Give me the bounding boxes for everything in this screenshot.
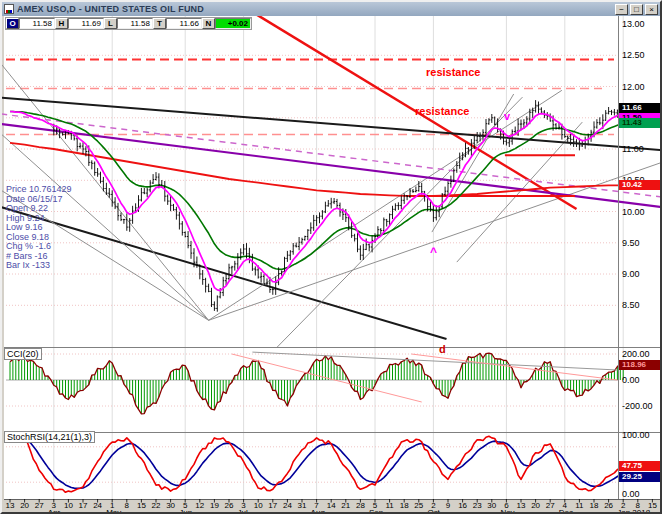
resistance-annotation[interactable]: resistance bbox=[415, 105, 469, 117]
quote-bar: O11.58H11.69L11.58T11.66N+0.02 bbox=[5, 17, 252, 30]
stochrsi-axis-badge: 29.25 bbox=[619, 472, 661, 482]
price-axis-label: 10.00 bbox=[622, 207, 645, 217]
month-axis-label: Nov bbox=[500, 508, 514, 514]
month-axis-label: Jan 2018 bbox=[617, 508, 650, 514]
quote-field-value-o: 11.58 bbox=[19, 18, 55, 29]
month-axis-label: Jul bbox=[238, 508, 248, 514]
price-axis-label: 8.50 bbox=[622, 300, 640, 310]
quote-field-value-l: 11.58 bbox=[117, 18, 153, 29]
info-row-barix: Bar Ix -133 bbox=[6, 261, 72, 271]
quote-field-label-o: O bbox=[6, 18, 19, 29]
cci-axis-label: -200.00 bbox=[622, 401, 653, 411]
price-axis-label: 11.00 bbox=[622, 144, 644, 154]
quote-field-value-n: +0.02 bbox=[215, 18, 251, 29]
price-axis-badge: 10.42 bbox=[619, 180, 661, 190]
cci-axis-label: 200.00 bbox=[622, 349, 650, 359]
quote-field-label-n: N bbox=[202, 18, 215, 29]
month-axis-label: Sep bbox=[369, 508, 383, 514]
price-axis-label: 12.00 bbox=[622, 82, 645, 92]
stochrsi-axis-badge: 47.75 bbox=[619, 461, 661, 471]
cci-axis-label: 0.00 bbox=[622, 375, 640, 385]
price-axis-badge: 11.43 bbox=[619, 118, 661, 128]
wave-marker-annotation[interactable]: v bbox=[504, 110, 510, 122]
cci-axis-badge: 118.96 bbox=[619, 360, 661, 370]
chart-window: AMEX USO,D - UNITED STATES OIL FUND − □ … bbox=[0, 0, 662, 514]
chart-canvas[interactable] bbox=[2, 2, 662, 514]
month-axis-label: Jun bbox=[179, 508, 192, 514]
month-axis-label: Aug bbox=[311, 508, 325, 514]
quote-field-label-l: L bbox=[104, 18, 117, 29]
window-titlebar[interactable]: AMEX USO,D - UNITED STATES OIL FUND − □ … bbox=[2, 2, 660, 16]
quote-field-label-h: H bbox=[55, 18, 68, 29]
minimize-button[interactable]: − bbox=[615, 4, 628, 15]
bar-info-readout: Price 10.761429Date 06/15/17Open 9.22Hig… bbox=[6, 185, 72, 271]
resistance-annotation[interactable]: resistance bbox=[426, 66, 480, 78]
quote-field-label-t: T bbox=[153, 18, 166, 29]
divergence-annotation[interactable]: d bbox=[439, 343, 446, 355]
close-button[interactable]: × bbox=[645, 4, 658, 15]
stochrsi-panel-label: StochRSI(14,21(1),3) bbox=[4, 431, 95, 443]
price-axis-label: 12.50 bbox=[622, 50, 645, 60]
window-title: AMEX USO,D - UNITED STATES OIL FUND bbox=[17, 4, 615, 14]
quote-field-value-t: 11.66 bbox=[166, 18, 202, 29]
price-axis-badge: 11.66 bbox=[619, 103, 661, 113]
stochrsi-axis-label: 100.00 bbox=[622, 430, 650, 440]
month-axis-label: May bbox=[106, 508, 121, 514]
month-axis-label: Apr bbox=[48, 508, 60, 514]
price-axis-label: 13.00 bbox=[622, 19, 645, 29]
maximize-button[interactable]: □ bbox=[630, 4, 643, 15]
stochrsi-axis-label: 0.00 bbox=[622, 489, 640, 499]
cci-panel-label: CCI(20) bbox=[4, 348, 42, 360]
quote-field-value-h: 11.69 bbox=[68, 18, 104, 29]
month-axis-label: Dec bbox=[559, 508, 573, 514]
wave-marker-annotation[interactable]: ^ bbox=[430, 245, 437, 259]
app-icon bbox=[4, 4, 14, 14]
price-axis-label: 9.00 bbox=[622, 269, 640, 279]
price-axis-label: 9.50 bbox=[622, 238, 640, 248]
month-axis-label: Oct bbox=[427, 508, 439, 514]
